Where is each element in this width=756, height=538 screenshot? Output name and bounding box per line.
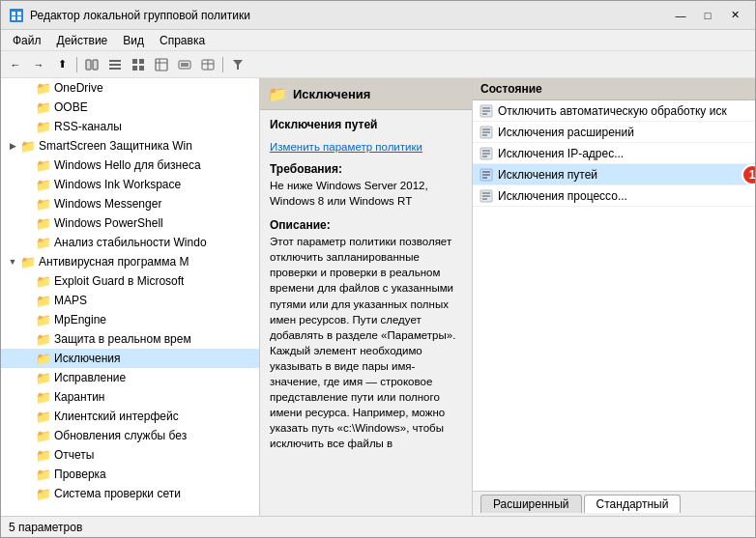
tree-item-antivirus[interactable]: ▼ 📁 Антивирусная программа M xyxy=(1,252,259,271)
tree-item-realtime[interactable]: 📁 Защита в реальном врем xyxy=(1,329,259,349)
expand-icon xyxy=(20,428,36,443)
tree-item-oobe[interactable]: 📁 OOBE xyxy=(1,98,259,117)
folder-icon: 📁 xyxy=(36,119,51,134)
tree-label: MpEngine xyxy=(54,313,106,326)
right-item-path-exceptions[interactable]: Исключения путей 1 xyxy=(473,164,755,185)
tree-item-rss[interactable]: 📁 RSS-каналы xyxy=(1,117,259,136)
requirements-text: Не ниже Windows Server 2012, Windows 8 и… xyxy=(270,178,462,209)
folder-icon: 📁 xyxy=(36,196,51,212)
right-item-label: Исключения IP-адрес... xyxy=(498,147,749,160)
minimize-button[interactable]: — xyxy=(668,6,693,25)
tree-label: Карантин xyxy=(54,390,104,404)
svg-rect-14 xyxy=(156,59,167,71)
right-item-auto-handle[interactable]: Отключить автоматическую обработку иск xyxy=(473,100,755,122)
filter-button[interactable] xyxy=(227,54,248,75)
middle-header: 📁 Исключения xyxy=(260,78,472,110)
tree-item-check[interactable]: 📁 Проверка xyxy=(1,465,259,484)
forward-button[interactable]: → xyxy=(28,54,49,75)
tree-item-windowspowershell[interactable]: 📁 Windows PowerShell xyxy=(1,213,259,233)
tree-item-maps[interactable]: 📁 MAPS xyxy=(1,291,259,310)
expand-icon xyxy=(20,389,36,405)
tree-item-windowsink[interactable]: 📁 Windows Ink Workspace xyxy=(1,175,259,194)
tree-item-netscan[interactable]: 📁 Система проверки сети xyxy=(1,484,259,503)
tree-item-quarantine[interactable]: 📁 Карантин xyxy=(1,387,259,407)
tab-standard[interactable]: Стандартный xyxy=(584,495,682,513)
close-button[interactable]: ✕ xyxy=(722,6,747,25)
view-btn-1[interactable] xyxy=(104,54,126,75)
tree-item-exceptions[interactable]: 📁 Исключения xyxy=(1,349,259,368)
view-btn-3[interactable] xyxy=(151,54,172,75)
tab-extended[interactable]: Расширенный xyxy=(480,495,582,513)
policy-icon xyxy=(479,125,494,140)
tree-label: Windows Ink Workspace xyxy=(54,178,181,191)
menu-action[interactable]: Действие xyxy=(49,32,116,49)
tree-pane: 📁 OneDrive 📁 OOBE 📁 RSS-каналы ▶ xyxy=(1,78,260,516)
policy-icon xyxy=(479,188,494,204)
tree-label: Windows Hello для бизнеса xyxy=(54,158,201,172)
tree-item-windowshello[interactable]: 📁 Windows Hello для бизнеса xyxy=(1,156,259,175)
right-header: Состояние xyxy=(473,78,755,100)
folder-icon: 📁 xyxy=(36,80,51,96)
tree-item-mpengine[interactable]: 📁 MpEngine xyxy=(1,310,259,329)
folder-icon: 📁 xyxy=(36,235,51,250)
tree-label: OneDrive xyxy=(54,81,103,95)
description-text: Этот параметр политики позволяет отключи… xyxy=(270,234,462,451)
requirements-title: Требования: xyxy=(270,162,462,176)
up-button[interactable]: ⬆ xyxy=(51,54,73,75)
svg-rect-13 xyxy=(139,66,144,71)
view-btn-2[interactable] xyxy=(128,54,149,75)
tree-item-stability[interactable]: 📁 Анализ стабильности Windo xyxy=(1,233,259,252)
menu-bar: Файл Действие Вид Справка xyxy=(1,30,755,51)
folder-icon: 📁 xyxy=(20,254,36,269)
main-content: 📁 OneDrive 📁 OOBE 📁 RSS-каналы ▶ xyxy=(1,78,755,516)
tree-label: Система проверки сети xyxy=(54,487,181,500)
middle-link-section: Изменить параметр политики xyxy=(270,141,462,153)
expand-icon xyxy=(20,80,36,96)
tree-label: Исправление xyxy=(54,371,126,384)
tree-item-onedrive[interactable]: 📁 OneDrive xyxy=(1,78,259,98)
window-title: Редактор локальной групповой политики xyxy=(30,9,668,22)
right-item-ext-exceptions[interactable]: Исключения расширений xyxy=(473,122,755,143)
tree-label: Проверка xyxy=(54,467,106,481)
folder-icon: 📁 xyxy=(36,486,51,501)
expand-icon xyxy=(20,486,36,501)
tree-item-clientui[interactable]: 📁 Клиентский интерфейс xyxy=(1,407,259,426)
menu-help[interactable]: Справка xyxy=(152,32,213,49)
menu-view[interactable]: Вид xyxy=(115,32,152,49)
tree-item-fixes[interactable]: 📁 Исправление xyxy=(1,368,259,387)
folder-icon: 📁 xyxy=(36,331,51,347)
folder-icon: 📁 xyxy=(36,409,51,424)
tree-item-smartscreen[interactable]: ▶ 📁 SmartScreen Защитника Win xyxy=(1,136,259,156)
show-hide-button[interactable] xyxy=(81,54,102,75)
svg-rect-8 xyxy=(109,64,121,66)
tab-bar: Расширенный Стандартный xyxy=(473,491,755,516)
tree-label: MAPS xyxy=(54,294,87,307)
right-item-process-exceptions[interactable]: Исключения процессо... xyxy=(473,185,755,207)
tree-label: Исключения xyxy=(54,352,121,365)
policy-link[interactable]: Изменить параметр политики xyxy=(270,141,422,153)
tree-label: RSS-каналы xyxy=(54,120,122,133)
view-btn-5[interactable] xyxy=(197,54,218,75)
toolbar: ← → ⬆ xyxy=(1,51,755,78)
middle-header-title: Исключения xyxy=(293,87,370,101)
menu-file[interactable]: Файл xyxy=(5,32,49,49)
middle-description-section: Описание: Этот параметр политики позволя… xyxy=(270,218,462,451)
folder-icon: 📁 xyxy=(36,428,51,443)
folder-icon: 📁 xyxy=(36,157,51,173)
app-icon xyxy=(9,8,24,23)
expand-icon xyxy=(20,157,36,173)
tree-item-updates[interactable]: 📁 Обновления службы без xyxy=(1,426,259,445)
tree-label: Клиентский интерфейс xyxy=(54,410,179,423)
right-item-ip-exceptions[interactable]: Исключения IP-адрес... xyxy=(473,143,755,164)
tree-item-windowsmessenger[interactable]: 📁 Windows Messenger xyxy=(1,194,259,213)
maximize-button[interactable]: □ xyxy=(695,6,720,25)
policy-icon xyxy=(479,167,494,183)
back-button[interactable]: ← xyxy=(5,54,26,75)
tree-item-exploitguard[interactable]: 📁 Exploit Guard в Microsoft xyxy=(1,271,259,291)
folder-icon: 📁 xyxy=(36,370,51,385)
folder-icon: 📁 xyxy=(36,293,51,308)
right-header-title: Состояние xyxy=(480,82,542,96)
right-item-label: Исключения расширений xyxy=(498,126,749,139)
tree-item-reports[interactable]: 📁 Отчеты xyxy=(1,445,259,465)
view-btn-4[interactable] xyxy=(174,54,195,75)
